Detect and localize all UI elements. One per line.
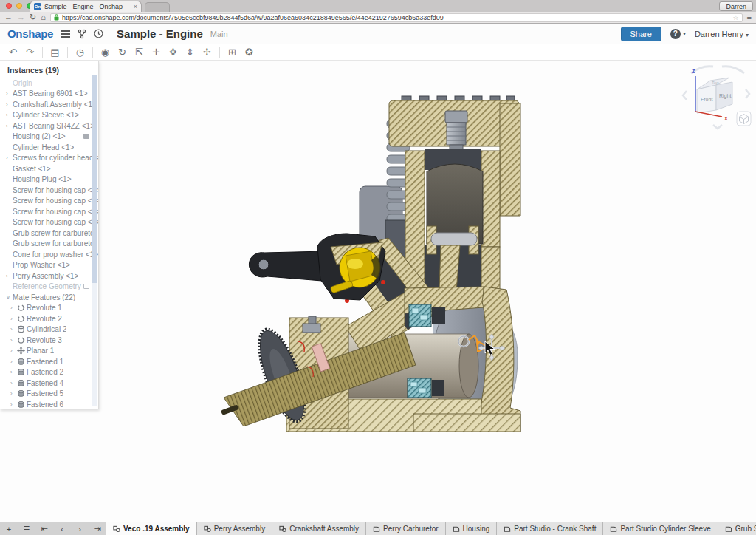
instance-row[interactable]: Cylinder Head <1> [0, 142, 98, 153]
expand-arrow-icon[interactable]: › [10, 401, 17, 408]
doc-tab-veco-19-assembly[interactable]: Veco .19 Assembly [106, 522, 197, 535]
instance-row[interactable]: Gasket <1> [0, 163, 98, 174]
named-views-icon[interactable]: ✪ [241, 45, 258, 60]
history-clock-icon[interactable] [94, 29, 103, 38]
instance-row[interactable]: ›Cylinder Sleeve <1> [0, 110, 98, 121]
mate-feature-row[interactable]: ›Fastened 1 [0, 356, 98, 367]
graphics-area[interactable]: Front Right Top Z X Instances (19) Origi… [0, 61, 756, 522]
doc-tab-perry-assembly[interactable]: Perry Assembly [197, 522, 272, 535]
expand-arrow-icon[interactable]: › [10, 369, 17, 375]
expand-arrow-icon[interactable]: › [6, 154, 13, 161]
bookmark-star-icon[interactable]: ☆ [733, 14, 739, 21]
window-controls[interactable] [6, 3, 32, 9]
instance-row[interactable]: Housing Plug <1> [0, 174, 98, 185]
planar-mate-icon[interactable]: ✛ [148, 45, 165, 60]
snap-mode-icon[interactable]: ⇱ [131, 45, 148, 60]
ball-bearing-upper[interactable] [409, 304, 445, 327]
engine-3d-model[interactable] [0, 61, 756, 522]
doc-tab-housing[interactable]: Housing [446, 522, 498, 535]
browser-profile-button[interactable]: Darren [719, 1, 753, 11]
instance-row[interactable]: Screw for housing cap <1> [0, 196, 98, 207]
exploded-view-icon[interactable]: ⊞ [224, 45, 241, 60]
expand-arrow-icon[interactable]: › [10, 337, 17, 344]
doc-tab-part-studio-crank-shaft[interactable]: Part Studio - Crank Shaft [497, 522, 603, 535]
doc-tab-perry-carburetor[interactable]: Perry Carburetor [366, 522, 445, 535]
first-tab-button[interactable]: ⇤ [35, 522, 53, 535]
help-icon[interactable]: ? [670, 29, 681, 39]
next-tab-button[interactable]: › [71, 522, 89, 535]
expand-arrow-icon[interactable]: › [6, 123, 13, 129]
instance-row[interactable]: Prop Washer <1> [0, 260, 98, 271]
home-icon[interactable]: ⌂ [41, 13, 46, 21]
mate-feature-row[interactable]: ›Revolute 1 [0, 303, 98, 314]
expand-arrow-icon[interactable]: › [10, 390, 17, 397]
versions-icon[interactable]: ◷ [72, 45, 89, 60]
mate-feature-row[interactable]: ›Planar 1 [0, 346, 98, 357]
browser-tab[interactable]: On Sample - Engine - Onshap × [30, 1, 142, 12]
expand-arrow-icon[interactable]: › [10, 316, 17, 322]
share-button[interactable]: Share [621, 27, 662, 41]
instance-row[interactable]: Reference Geometry <1> [0, 282, 98, 293]
revolute-mate-icon[interactable]: ↻ [114, 45, 131, 60]
insert-icon[interactable]: ▤ [47, 45, 63, 60]
tab-menu-button[interactable]: ≣ [18, 522, 35, 535]
mate-features-header[interactable]: ∨Mate Features (22) [0, 292, 98, 303]
instance-row[interactable]: ›AST Bearing 6901 <1> [0, 89, 98, 100]
wrist-pin[interactable] [431, 233, 477, 245]
expand-arrow-icon[interactable]: › [10, 304, 17, 311]
browser-menu-icon[interactable]: ≡ [747, 13, 752, 21]
doc-tab-part-studio-cylinder-sleeve[interactable]: Part Studio Cylinder Sleeve [603, 522, 718, 535]
move-part-icon[interactable]: ✢ [199, 45, 216, 60]
instance-row[interactable]: ›Screws for cylinder head <1> [0, 153, 98, 164]
instance-row[interactable]: ›Crankshaft Assembly <1> [0, 99, 98, 110]
reload-icon[interactable]: ↻ [30, 13, 36, 21]
tab-close-icon[interactable]: × [134, 3, 137, 10]
ball-bearing-lower[interactable] [408, 378, 444, 398]
url-field[interactable]: https://cad.onshape.com/documents/7505e6… [50, 13, 743, 22]
mate-feature-row[interactable]: ›Fastened 2 [0, 367, 98, 378]
user-menu[interactable]: Darren Henry ▾ [695, 30, 749, 38]
mate-feature-row[interactable]: ›Fastened 6 [0, 399, 98, 409]
expand-arrow-icon[interactable]: › [10, 347, 17, 354]
expand-arrow-icon[interactable]: › [10, 380, 17, 386]
slider-mate-icon[interactable]: ⇕ [182, 45, 199, 60]
onshape-logo[interactable]: Onshape [7, 27, 53, 40]
instance-row[interactable]: Screw for housing cap <4> [0, 217, 98, 228]
collapse-arrow-icon[interactable]: ∨ [6, 294, 13, 301]
doc-tab-grub-screw[interactable]: Grub Screw [718, 522, 756, 535]
view-cube[interactable]: Front Right Top Z X [681, 63, 755, 133]
expand-arrow-icon[interactable]: › [6, 90, 13, 97]
expand-arrow-icon[interactable]: › [6, 101, 13, 108]
new-tab-button[interactable] [145, 2, 170, 12]
instance-row[interactable]: Housing (2) <1> [0, 132, 98, 143]
redo-icon[interactable]: ↷ [21, 45, 38, 60]
versions-branch-icon[interactable] [78, 29, 86, 39]
expand-arrow-icon[interactable]: › [10, 326, 17, 333]
undo-icon[interactable]: ↶ [4, 45, 21, 60]
instance-row[interactable]: Grub screw for carburetor <2> [0, 239, 98, 250]
forward-icon[interactable]: → [17, 13, 25, 21]
instance-row[interactable]: ›Perry Assembly <1> [0, 270, 98, 282]
add-tab-button[interactable]: + [0, 522, 18, 535]
mate-feature-row[interactable]: ›Fastened 4 [0, 378, 98, 389]
glow-plug[interactable] [445, 111, 467, 154]
instance-row[interactable]: Screw for housing cap <3> [0, 206, 98, 217]
prev-tab-button[interactable]: ‹ [53, 522, 71, 535]
close-window-button[interactable] [6, 3, 12, 9]
minimize-window-button[interactable] [16, 3, 22, 9]
instance-row[interactable]: Cone for prop washer <1> [0, 249, 98, 260]
mate-feature-row[interactable]: ›Cylindrical 2 [0, 324, 98, 335]
mate-feature-row[interactable]: ›Revolute 3 [0, 335, 98, 346]
expand-arrow-icon[interactable]: › [6, 112, 13, 118]
carburetor[interactable] [249, 234, 385, 300]
last-tab-button[interactable]: ⇥ [89, 522, 106, 535]
mate-icon[interactable]: ◉ [97, 45, 114, 60]
mate-point-red-2[interactable] [381, 280, 385, 284]
instance-row[interactable]: ›AST Bearing SR4ZZ <1> [0, 120, 98, 132]
panel-scrollbar-thumb[interactable] [92, 75, 97, 283]
instance-row[interactable]: Screw for housing cap <2> [0, 185, 98, 196]
instance-row[interactable]: Origin [0, 78, 98, 89]
expand-arrow-icon[interactable]: › [6, 273, 13, 279]
cylindrical-mate-icon[interactable]: ✥ [165, 45, 182, 60]
back-icon[interactable]: ← [4, 13, 13, 21]
